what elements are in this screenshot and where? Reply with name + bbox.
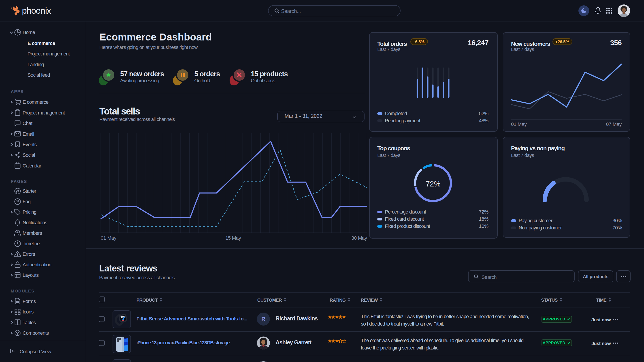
svg-text:01 May: 01 May bbox=[101, 235, 116, 241]
svg-text:15 May: 15 May bbox=[225, 235, 241, 241]
svg-text:30 May: 30 May bbox=[351, 235, 367, 241]
